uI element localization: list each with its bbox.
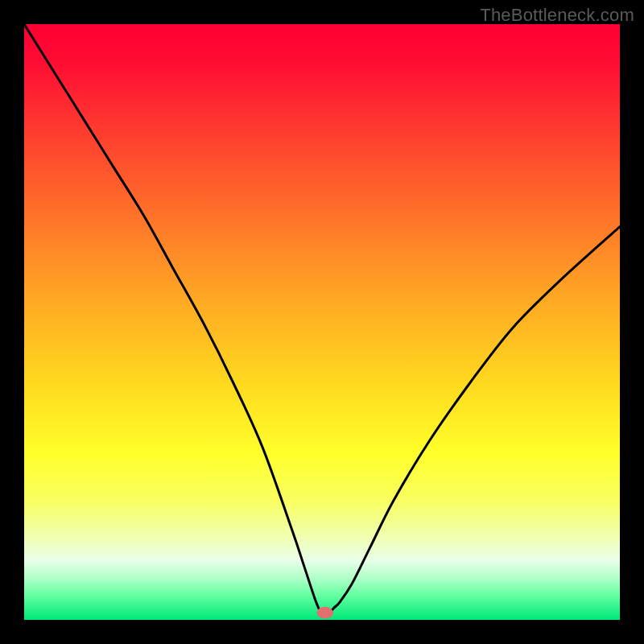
plot-area (24, 24, 620, 620)
gradient-background (24, 24, 620, 620)
attribution-text: TheBottleneck.com (480, 5, 634, 26)
bottleneck-chart (24, 24, 620, 620)
minimum-marker (316, 607, 333, 619)
